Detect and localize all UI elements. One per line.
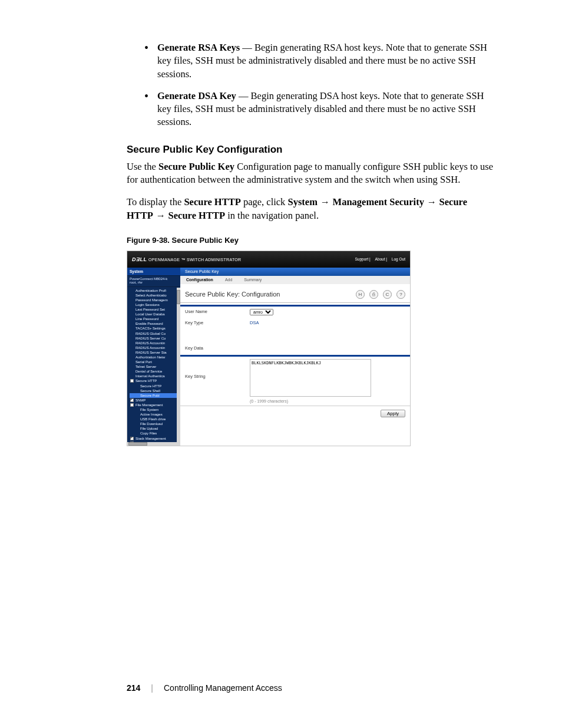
paragraph: To display the Secure HTTP page, click S… [127,195,494,223]
tab-summary[interactable]: Summary [238,278,267,282]
nav-tree-item[interactable]: Internal Authentica [130,374,180,378]
bullet-term: Generate DSA Key [157,90,236,101]
page-title: Secure Public Key: Configuration [185,291,280,298]
nav-tree-item[interactable]: SNMP [130,398,180,403]
nav-tree-item[interactable]: Password Managem [130,298,180,302]
apply-button[interactable]: Apply [381,410,405,417]
nav-tree-item[interactable]: Serial Port [130,360,180,364]
nav-tree-item[interactable]: Line Password [130,317,180,321]
chapter-title: Controlling Management Access [164,683,282,693]
nav-tree-item[interactable]: USB Flash drive [130,417,180,421]
nav-tree-item[interactable]: RADIUS Global Co [130,331,180,336]
keydata-label: Key Data [185,345,250,351]
page-footer: 214 | Controlling Management Access [127,683,282,693]
sidebar-scrollbar-h[interactable] [127,442,180,446]
breadcrumb-bar: Secure Public Key [180,268,410,276]
bullet-item: Generate RSA Keys — Begin generating RSA… [144,41,494,81]
nav-tree[interactable]: Authentication ProfiSelect Authenticatio… [127,287,180,446]
nav-tree-item[interactable]: Secure Shell [130,388,180,393]
tab-configuration[interactable]: Configuration [180,278,219,282]
nav-tree-item[interactable]: Secure Publ [130,393,180,398]
nav-tree-item[interactable]: RADIUS Accountin [130,341,180,345]
ui-masthead: DELL OPENMANAGE ™ SWITCH ADMINISTRATOR S… [127,251,410,268]
logout-link[interactable]: Log Out [392,257,405,261]
bullet-term: Generate RSA Keys [157,42,240,53]
tab-strip: Configuration Add Summary [180,276,410,284]
nav-tree-item[interactable]: Copy Files [130,431,180,436]
support-link[interactable]: Support [355,257,368,261]
nav-tree-item[interactable]: Active Images [130,412,180,417]
nav-tree-item[interactable]: Last Password Set [130,307,180,312]
nav-tree-item[interactable]: File System [130,407,180,412]
nav-tree-item[interactable]: Select Authenticatio [130,293,180,298]
bullet-list: Generate RSA Keys — Begin generating RSA… [144,41,494,129]
nav-tree-item[interactable]: Enable Password [130,321,180,326]
username-label: User Name [185,309,250,315]
nav-sidebar: System PowerConnect M8024-k root, r/w Au… [127,268,180,446]
keystring-hint: (0 - 1999 characters) [250,399,371,403]
nav-tree-item[interactable]: TACACS+ Settings [130,326,180,331]
help-icon[interactable]: ? [396,290,405,299]
nav-tree-item[interactable]: RADIUS Accountin [130,345,180,350]
nav-tree-item[interactable]: Local User Databa [130,312,180,317]
paragraph: Use the Secure Public Key Configuration … [127,160,494,187]
keytype-value: DSA [250,320,259,325]
tab-add[interactable]: Add [219,278,238,282]
footer-divider: | [151,683,153,693]
brand-logo: DELL [132,256,147,262]
nav-tree-item[interactable]: Secure HTTP [130,378,180,383]
masthead-links: Support | About | Log Out [351,257,405,261]
nav-tree-item[interactable]: Login Sessions [130,302,180,307]
refresh-icon[interactable]: C [383,290,392,299]
figure-caption: Figure 9-38. Secure Public Key [127,236,494,245]
nav-tree-item[interactable]: Authorization Netw [130,355,180,360]
nav-tree-item[interactable]: Telnet Server [130,364,180,369]
embedded-screenshot: DELL OPENMANAGE ™ SWITCH ADMINISTRATOR S… [127,251,411,446]
nav-tree-item[interactable]: File Management [130,403,180,407]
sidebar-header: System [127,268,180,276]
bullet-item: Generate DSA Key — Begin generating DSA … [144,90,494,129]
breadcrumb-item: Secure Public Key [180,269,223,274]
nav-tree-item[interactable]: Authentication Profi [130,288,180,293]
nav-tree-item[interactable]: File Upload [130,426,180,431]
print-icon[interactable]: ⎙ [369,290,378,299]
nav-tree-item[interactable]: RADIUS Server Sta [130,350,180,355]
nav-tree-item[interactable]: RADIUS Server Co [130,336,180,341]
nav-tree-item[interactable]: File Download [130,421,180,426]
username-select[interactable]: amro [250,309,273,315]
save-icon[interactable]: H [356,290,365,299]
keystring-label: Key String [185,359,250,379]
brand-subtitle: OPENMANAGE ™ SWITCH ADMINISTRATOR [148,258,241,262]
sidebar-device: PowerConnect M8024-k root, r/w [127,276,180,287]
page-number: 214 [127,683,140,693]
section-heading: Secure Public Key Configuration [127,144,494,156]
keytype-label: Key Type [185,320,250,325]
nav-tree-item[interactable]: Stack Management [130,436,180,441]
about-link[interactable]: About [375,257,385,261]
nav-tree-item[interactable]: Denial of Service [130,369,180,374]
keystring-textarea[interactable]: BLKLSKDNFLKBKJWBKJKBLKJKBLKJ [250,359,371,397]
nav-tree-item[interactable]: Secure HTTP [130,384,180,388]
